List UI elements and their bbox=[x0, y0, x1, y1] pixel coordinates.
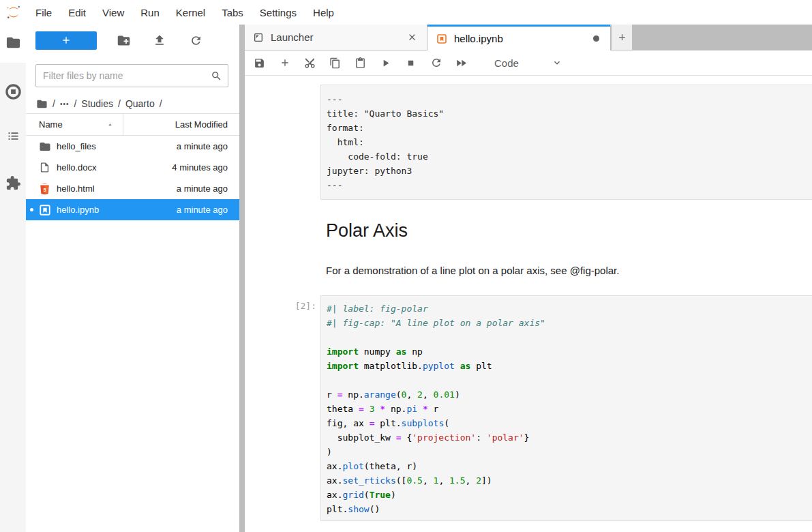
upload-button[interactable] bbox=[152, 33, 167, 48]
cut-button[interactable] bbox=[304, 57, 316, 69]
code-cell-editor[interactable]: #| label: fig-polar#| fig-cap: "A line p… bbox=[320, 295, 812, 521]
stop-icon bbox=[406, 58, 416, 68]
execution-count-prompt: [2]: bbox=[272, 301, 316, 311]
running-kernels-tab[interactable] bbox=[0, 83, 26, 101]
code-token: 'polar' bbox=[487, 432, 524, 443]
code-token: np. bbox=[342, 389, 363, 400]
raw-line: --- bbox=[327, 178, 809, 192]
copy-button[interactable] bbox=[329, 57, 341, 69]
breadcrumb-studies[interactable]: Studies bbox=[81, 98, 113, 109]
filter-files-input[interactable] bbox=[42, 70, 211, 82]
extensions-tab[interactable] bbox=[0, 175, 26, 191]
menu-tabs[interactable]: Tabs bbox=[213, 7, 252, 18]
folder-icon bbox=[39, 141, 51, 153]
column-header-last-modified[interactable]: Last Modified bbox=[175, 119, 228, 130]
code-token: plt. bbox=[327, 504, 348, 514]
file-row-hello-docx[interactable]: hello.docx 4 minutes ago bbox=[26, 157, 239, 178]
raw-line: --- bbox=[327, 92, 809, 106]
file-icon bbox=[39, 162, 51, 174]
new-folder-button[interactable] bbox=[116, 33, 131, 48]
code-line: r = np.arange(0, 2, 0.01) bbox=[327, 387, 809, 402]
code-token: grid bbox=[342, 490, 363, 500]
file-row-hello-html[interactable]: HTML 5 hello.html a minute ago bbox=[26, 178, 239, 199]
new-launcher-button[interactable] bbox=[35, 31, 97, 50]
raw-yaml-cell[interactable]: --- title: "Quarto Basics" format: html:… bbox=[320, 85, 812, 200]
code-token: arange bbox=[364, 389, 396, 400]
run-button[interactable] bbox=[380, 57, 391, 69]
breadcrumb-root[interactable]: / bbox=[52, 98, 55, 109]
code-token: show bbox=[348, 504, 369, 514]
code-token: , bbox=[466, 475, 477, 486]
save-button[interactable] bbox=[254, 57, 265, 69]
refresh-button[interactable] bbox=[188, 33, 203, 48]
tab-bar: Launcher hello.ipynb bbox=[245, 25, 812, 51]
file-row-hello-ipynb-selected[interactable]: hello.ipynb a minute ago bbox=[26, 199, 239, 220]
code-line: #| fig-cap: "A line plot on a polar axis… bbox=[327, 316, 809, 330]
launcher-icon bbox=[253, 32, 264, 43]
breadcrumb-quarto[interactable]: Quarto bbox=[125, 98, 155, 109]
code-token: matplotlib. bbox=[359, 361, 423, 371]
stop-button[interactable] bbox=[405, 57, 417, 69]
menu-settings[interactable]: Settings bbox=[252, 7, 305, 18]
chevron-down-icon bbox=[552, 57, 562, 68]
filter-files-box bbox=[35, 64, 228, 87]
paste-button[interactable] bbox=[355, 57, 366, 69]
menu-edit[interactable]: Edit bbox=[60, 7, 94, 18]
menu-run[interactable]: Run bbox=[132, 7, 168, 18]
file-modified: a minute ago bbox=[177, 141, 228, 151]
list-icon bbox=[6, 129, 20, 143]
tab-label: hello.ipynb bbox=[454, 33, 503, 44]
cell-type-dropdown[interactable]: Code bbox=[494, 57, 562, 69]
table-of-contents-tab[interactable] bbox=[0, 129, 26, 143]
markdown-heading[interactable]: Polar Axis bbox=[326, 220, 408, 241]
refresh-icon bbox=[430, 57, 442, 69]
breadcrumb-ellipsis[interactable]: ••• bbox=[60, 100, 70, 108]
code-token: * bbox=[380, 404, 385, 414]
code-line: theta = 3 * np.pi * r bbox=[327, 402, 809, 416]
file-browser-tab[interactable] bbox=[0, 35, 26, 50]
tab-label: Launcher bbox=[271, 31, 314, 43]
folder-icon bbox=[5, 35, 21, 50]
new-folder-icon bbox=[117, 33, 131, 48]
code-token: (theta, r) bbox=[364, 461, 417, 471]
tab-launcher[interactable]: Launcher bbox=[245, 25, 427, 50]
file-row-hello-files[interactable]: hello_files a minute ago bbox=[26, 136, 239, 157]
insert-cell-button[interactable] bbox=[279, 57, 290, 69]
dirty-indicator-dot[interactable] bbox=[593, 35, 599, 42]
plus-icon bbox=[61, 35, 72, 46]
code-token: #| fig-cap: "A line plot on a polar axis… bbox=[327, 318, 545, 328]
menu-file[interactable]: File bbox=[27, 7, 60, 18]
code-token: set_rticks bbox=[342, 475, 395, 486]
new-tab-button[interactable] bbox=[612, 25, 633, 50]
column-header-name[interactable]: Name bbox=[26, 119, 63, 130]
code-token: plt. bbox=[374, 418, 401, 428]
menu-kernel[interactable]: Kernel bbox=[168, 7, 213, 18]
code-line: ) bbox=[327, 445, 809, 459]
code-token: ) bbox=[327, 447, 332, 457]
markdown-paragraph[interactable]: For a demonstration of a line plot on a … bbox=[326, 265, 619, 276]
code-line: ax.plot(theta, r) bbox=[327, 459, 809, 473]
code-token: 'projection' bbox=[412, 432, 476, 443]
code-token: fig, ax bbox=[327, 418, 370, 428]
code-token: () bbox=[370, 504, 380, 514]
restart-run-all-button[interactable] bbox=[455, 57, 467, 69]
code-line bbox=[327, 373, 809, 387]
code-token: } bbox=[524, 432, 530, 443]
code-token: ) bbox=[391, 490, 396, 500]
restart-kernel-button[interactable] bbox=[430, 57, 442, 69]
activity-bar bbox=[0, 25, 27, 532]
sort-ascending-icon[interactable] bbox=[106, 121, 114, 128]
code-token: * bbox=[423, 404, 428, 414]
menu-help[interactable]: Help bbox=[305, 7, 342, 18]
tab-hello-ipynb[interactable]: hello.ipynb bbox=[427, 25, 610, 50]
code-token: = bbox=[359, 404, 364, 414]
code-line: subplot_kw = {'projection': 'polar'} bbox=[327, 430, 809, 445]
sidebar-splitter[interactable] bbox=[239, 25, 245, 532]
home-folder-icon[interactable] bbox=[36, 98, 48, 110]
plus-icon bbox=[617, 32, 627, 42]
code-lines: #| label: fig-polar#| fig-cap: "A line p… bbox=[327, 301, 809, 516]
menu-view[interactable]: View bbox=[94, 7, 132, 18]
code-token: 1.5 bbox=[449, 475, 465, 486]
code-token: ) bbox=[455, 389, 460, 400]
close-icon[interactable] bbox=[407, 32, 417, 42]
